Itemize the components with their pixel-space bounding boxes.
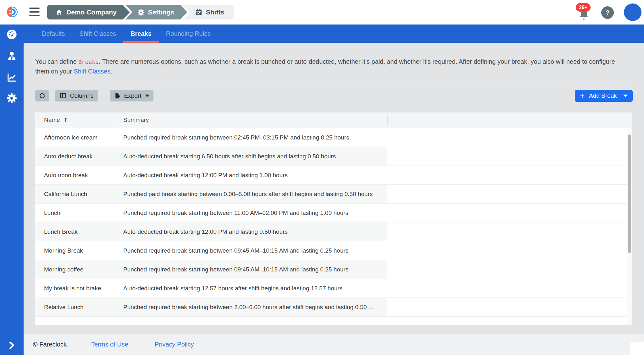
cell-name: Afternoon ice cream	[44, 134, 97, 141]
menu-toggle-button[interactable]	[29, 8, 40, 16]
cell-summary: Punched required break starting between …	[123, 247, 348, 254]
sidebar-expand-chevron-icon[interactable]	[7, 341, 16, 350]
caret-down-icon	[623, 95, 628, 97]
caret-down-icon	[145, 95, 149, 97]
cell-name: Morning Break	[44, 247, 83, 254]
cell-summary: Punched required break starting between …	[123, 210, 348, 216]
columns-icon	[60, 92, 66, 99]
section-divider	[35, 84, 632, 84]
left-sidebar	[0, 25, 24, 355]
notification-count-badge: 26+	[576, 3, 591, 12]
cell-name: Morning coffee	[44, 266, 83, 273]
table-row[interactable]: Morning coffee Punched required break st…	[35, 260, 632, 279]
breadcrumb: Demo Company Settings	[47, 5, 234, 19]
columns-button[interactable]: Columns	[55, 90, 98, 101]
cell-summary: Punched required break starting between …	[123, 134, 349, 141]
gear-icon	[137, 9, 145, 16]
cell-name: California Lunch	[44, 191, 87, 198]
top-header: Demo Company Settings	[0, 0, 644, 25]
breaks-table: Name ↑ Summary Afternoon ice cream Punch…	[35, 112, 632, 325]
copyright-text: © Fareclock	[33, 341, 67, 348]
people-icon[interactable]	[7, 51, 17, 61]
cell-name: My break is not brake	[44, 285, 101, 292]
breadcrumb-label: Demo Company	[66, 8, 117, 16]
cell-summary: Auto-deducted break starting 12.57 hours…	[123, 285, 342, 292]
table-header-row: Name ↑ Summary	[35, 112, 632, 128]
sort-ascending-icon: ↑	[63, 117, 68, 123]
table-row[interactable]: California Lunch Punched paid break star…	[35, 185, 632, 204]
table-toolbar: Columns Export	[35, 90, 153, 101]
cell-name: Relative Lunch	[44, 304, 84, 311]
column-header-name[interactable]: Name ↑	[44, 117, 68, 123]
main-content: You can define Breaks. There are numerou…	[24, 43, 644, 334]
column-resize-handle[interactable]	[115, 116, 115, 125]
cell-name: Lunch	[44, 210, 60, 216]
breaks-description: You can define Breaks. There are numerou…	[35, 57, 630, 76]
cell-name: Auto deduct break	[44, 153, 92, 160]
add-break-button[interactable]: + Add Break	[575, 90, 633, 102]
breadcrumb-item-settings[interactable]: Settings	[125, 5, 187, 19]
tab-breaks[interactable]: Breaks	[130, 25, 152, 43]
fareclock-logo-icon[interactable]	[6, 6, 18, 18]
breadcrumb-item-shifts[interactable]: Shifts	[183, 5, 234, 19]
cell-name: Auto noon break	[44, 172, 88, 179]
table-row[interactable]: Auto deduct break Auto-deducted break st…	[35, 147, 632, 166]
scrollbar-track[interactable]	[627, 128, 632, 325]
notifications-button[interactable]: 26+	[576, 6, 591, 21]
table-row[interactable]: Auto noon break Auto-deducted break star…	[35, 166, 632, 185]
tab-rounding-rules[interactable]: Rounding Rules	[166, 25, 211, 43]
privacy-policy-link[interactable]: Privacy Policy	[155, 341, 194, 348]
cell-summary: Auto-deducted break starting 12:00 PM an…	[123, 172, 288, 179]
settings-tab-bar: Defaults Shift Classes Breaks Rounding R…	[24, 25, 644, 43]
refresh-icon	[39, 92, 46, 99]
table-row[interactable]: Lunch Punched required break starting be…	[35, 204, 632, 222]
user-avatar[interactable]	[624, 3, 641, 21]
help-button[interactable]: ?	[601, 6, 614, 19]
export-button[interactable]: Export	[110, 90, 153, 101]
chat-widget-corner[interactable]	[630, 341, 644, 355]
table-row[interactable]: Morning Break Punched required break sta…	[35, 241, 632, 260]
cell-summary: Auto-deducted break starting 12:00 PM an…	[123, 228, 288, 235]
breadcrumb-label: Settings	[148, 8, 174, 16]
page-footer: © Fareclock Terms of Use Privacy Policy	[24, 334, 644, 355]
dashboard-gauge-icon[interactable]	[7, 29, 17, 40]
settings-gear-icon[interactable]	[7, 93, 17, 103]
question-mark-icon: ?	[606, 9, 610, 16]
plus-icon: +	[580, 92, 585, 100]
home-icon	[55, 8, 63, 16]
terms-of-use-link[interactable]: Terms of Use	[91, 341, 128, 348]
export-icon	[114, 92, 120, 99]
refresh-button[interactable]	[35, 90, 49, 101]
column-resize-handle[interactable]	[387, 116, 388, 125]
table-row[interactable]: Lunch Break Auto-deducted break starting…	[35, 222, 632, 241]
scrollbar-thumb[interactable]	[628, 134, 631, 253]
app-window: Demo Company Settings	[0, 0, 644, 355]
breadcrumb-label: Shifts	[206, 8, 224, 16]
cell-summary: Punched required break starting between …	[123, 304, 373, 311]
cell-name: Lunch Break	[44, 228, 78, 235]
table-row[interactable]: My break is not brake Auto-deducted brea…	[35, 279, 632, 298]
cell-summary: Punched required break starting between …	[123, 266, 348, 273]
breaks-code-text: Breaks	[78, 59, 99, 65]
calendar-check-icon	[195, 8, 203, 16]
cell-summary: Punched paid break starting between 0.00…	[123, 191, 373, 198]
column-header-summary[interactable]: Summary	[123, 117, 149, 123]
table-row[interactable]: Relative Lunch Punched required break st…	[35, 298, 632, 317]
reports-chart-icon[interactable]	[7, 72, 17, 83]
shift-classes-link[interactable]: Shift Classes	[74, 68, 110, 75]
tab-shift-classes[interactable]: Shift Classes	[79, 25, 116, 43]
cell-summary: Auto-deducted break starting 6.50 hours …	[123, 153, 336, 160]
table-row[interactable]: Afternoon ice cream Punched required bre…	[35, 128, 632, 147]
tab-defaults[interactable]: Defaults	[42, 25, 65, 43]
table-body: Afternoon ice cream Punched required bre…	[35, 128, 632, 325]
breadcrumb-item-company[interactable]: Demo Company	[47, 5, 130, 19]
